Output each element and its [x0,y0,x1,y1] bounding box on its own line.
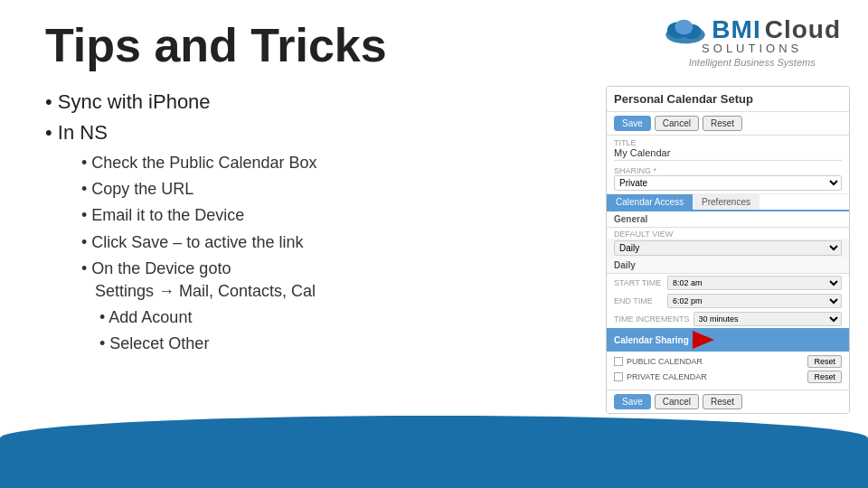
bullet-click-save: Click Save – to active the link [81,231,479,254]
cal-end-time-label: END TIME [614,296,664,305]
bullet-email-device: Email it to the Device [81,204,479,227]
content-area: Sync with iPhone In NS Check the Public … [45,90,479,360]
logo-bmi-text: BMI [712,15,760,44]
cal-view-label: DEFAULT VIEW [607,228,849,239]
cal-cancel-btn[interactable]: Cancel [655,116,699,131]
cal-end-time-select[interactable]: 6:02 pm [667,294,842,308]
bullet-copy-url: Copy the URL [81,178,479,201]
sub-bullet-list: Check the Public Calendar Box Copy the U… [81,152,479,356]
cal-general-label: General [607,211,849,228]
cal-increment-label: TIME INCREMENTS [614,314,690,324]
cal-public-row: PUBLIC CALENDAR Reset [614,355,842,368]
calendar-panel: Personal Calendar Setup Save Cancel Rese… [606,86,850,414]
logo-tagline-text: Intelligent Business Systems [689,57,816,68]
logo-area: BMI Cloud Solutions Intelligent Business… [663,14,841,68]
cal-public-label: PUBLIC CALENDAR [627,357,804,366]
red-arrow-icon [693,331,714,349]
bullet-in-ns: In NS [45,121,479,145]
cal-footer-save-btn[interactable]: Save [614,394,651,409]
page-title: Tips and Tricks [45,18,387,72]
cal-tab-preferences[interactable]: Preferences [693,194,760,210]
bullet-sync-iphone: Sync with iPhone [45,90,479,114]
cal-sharing-section: Calendar Sharing [607,328,849,352]
cal-sharing-section-label: Calendar Sharing [614,335,689,345]
cal-header: Personal Calendar Setup [607,87,849,112]
svg-point-3 [675,20,693,35]
cal-private-row: PRIVATE CALENDAR Reset [614,371,842,383]
cal-title-value: My Calendar [614,147,842,161]
cal-start-time-row: START TIME 8:02 am [607,274,849,292]
bullet-add-account: Add Acount [99,306,479,329]
cal-title-field: TITLE My Calendar [607,136,849,164]
bullet-select-other: Selecet Other [99,333,479,355]
cal-top-buttons: Save Cancel Reset [607,112,849,136]
cal-start-time-select[interactable]: 8:02 am [667,276,842,290]
cal-tabs: Calendar Access Preferences [607,194,849,211]
logo-solutions-text: Solutions [702,42,802,55]
svg-marker-4 [693,331,714,349]
cal-end-time-row: END TIME 6:02 pm [607,292,849,310]
cloud-icon [663,14,708,45]
cal-reset-btn[interactable]: Reset [703,116,742,131]
cal-private-reset-btn[interactable]: Reset [807,371,842,383]
cal-public-reset-btn[interactable]: Reset [807,355,842,368]
wave-decoration [0,416,868,488]
bullet-check-calendar: Check the Public Calendar Box [81,152,479,174]
cal-public-checkbox[interactable] [614,357,623,366]
cal-sharing-label: SHARING * [614,166,842,175]
cal-footer-cancel-btn[interactable]: Cancel [655,394,699,409]
bullet-on-device-goto: On the Device goto Settings → Mail, Cont… [81,258,479,303]
cal-tab-access[interactable]: Calendar Access [607,194,693,210]
cal-footer-reset-btn[interactable]: Reset [703,394,742,409]
cal-increment-select[interactable]: 30 minutes [693,312,842,326]
cal-save-btn[interactable]: Save [614,116,651,131]
cal-start-time-label: START TIME [614,278,664,287]
cal-private-checkbox[interactable] [614,372,623,381]
cal-daily-header: Daily [607,258,849,274]
cal-footer-buttons: Save Cancel Reset [607,389,849,413]
logo-cloud-text: Cloud [765,15,841,44]
cal-title-label: TITLE [614,138,842,147]
cal-increment-row: TIME INCREMENTS 30 minutes [607,310,849,328]
logo-bmi-container: BMI Cloud [663,14,841,45]
cal-view-select[interactable]: Daily [614,240,842,256]
cal-sharing-body: PUBLIC CALENDAR Reset PRIVATE CALENDAR R… [607,352,849,389]
cal-sharing-field: SHARING * Private [607,164,849,194]
cal-sharing-select[interactable]: Private [614,175,842,191]
cal-private-label: PRIVATE CALENDAR [627,372,804,381]
